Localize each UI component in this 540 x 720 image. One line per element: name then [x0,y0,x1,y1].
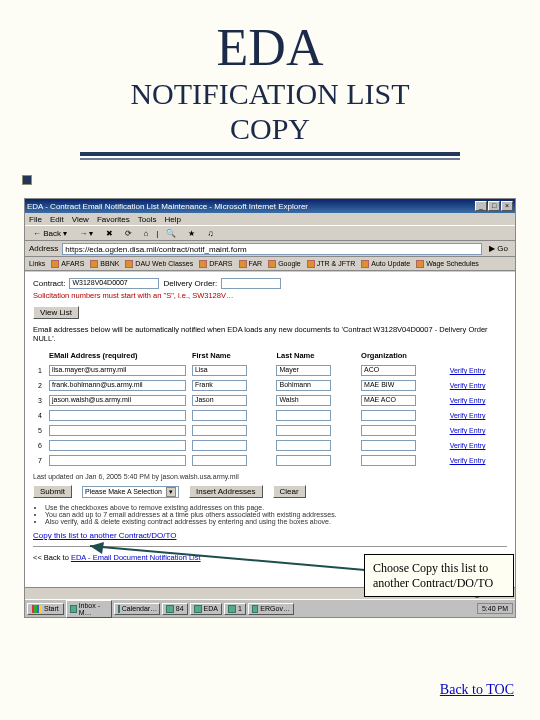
taskbar-item[interactable]: ERGov… [248,603,294,615]
windows-flag-icon [32,605,42,613]
address-bar: Address https://eda.ogden.disa.mil/contr… [25,241,515,257]
back-to-toc-link[interactable]: Back to TOC [440,682,514,698]
org-input[interactable] [361,410,416,421]
menu-favorites[interactable]: Favorites [97,215,130,224]
toolbar: ← Back ▾ → ▾ ✖ ⟳ ⌂ | 🔍 ★ ♫ [25,225,515,241]
maximize-button[interactable]: □ [488,201,500,211]
folder-icon [90,260,98,268]
email-input[interactable] [49,455,186,466]
delivery-order-input[interactable] [221,278,281,289]
address-select[interactable]: Please Make A Selection ▾ [82,486,179,498]
link-google[interactable]: Google [268,260,301,268]
links-label: Links [29,260,45,267]
favorites-icon[interactable]: ★ [184,228,199,239]
email-input[interactable]: lisa.mayer@us.army.mil [49,365,186,376]
verify-link[interactable]: Verify Entry [444,379,505,392]
insert-addresses-button[interactable]: Insert Addresses [189,485,263,498]
folder-icon [199,260,207,268]
close-button[interactable]: × [501,201,513,211]
app-icon [118,605,120,613]
contract-input[interactable]: W3128V04D0007 [69,278,159,289]
taskbar-item[interactable]: 1 [224,603,246,615]
refresh-icon[interactable]: ⟳ [121,228,136,239]
first-input[interactable] [192,440,247,451]
link-afars[interactable]: AFARS [51,260,84,268]
menu-edit[interactable]: Edit [50,215,64,224]
email-input[interactable]: frank.bohlmann@us.army.mil [49,380,186,391]
last-updated: Last updated on Jan 6, 2005 5:40 PM by j… [33,473,507,480]
first-input[interactable]: Jason [192,395,247,406]
menu-view[interactable]: View [72,215,89,224]
taskbar-item[interactable]: Calendar… [114,603,160,615]
menu-tools[interactable]: Tools [138,215,157,224]
link-dau[interactable]: DAU Web Classes [125,260,193,268]
first-input[interactable] [192,425,247,436]
slide-title-sub1: NOTIFICATION LIST [0,77,540,112]
forward-button[interactable]: → ▾ [75,228,97,239]
media-icon[interactable]: ♫ [203,228,217,239]
address-input[interactable]: https://eda.ogden.disa.mil/contract/noti… [62,243,482,255]
solicitation-hint: Solicitation numbers must start with an … [33,291,507,300]
org-input[interactable] [361,455,416,466]
minimize-button[interactable]: _ [475,201,487,211]
email-input[interactable] [49,410,186,421]
email-input[interactable]: jason.walsh@us.army.mil [49,395,186,406]
first-input[interactable] [192,410,247,421]
link-dfars[interactable]: DFARS [199,260,232,268]
last-input[interactable] [276,425,331,436]
last-input[interactable] [276,410,331,421]
first-input[interactable] [192,455,247,466]
folder-icon [307,260,315,268]
org-input[interactable] [361,440,416,451]
first-input[interactable]: Lisa [192,365,247,376]
copy-list-link[interactable]: Copy this list to another Contract/DO/TO [33,531,176,540]
start-button[interactable]: Start [27,603,64,615]
verify-link[interactable]: Verify Entry [444,364,505,377]
taskbar-item[interactable]: 84 [162,603,188,615]
verify-link[interactable]: Verify Entry [444,424,505,437]
stop-icon[interactable]: ✖ [102,228,117,239]
menu-file[interactable]: File [29,215,42,224]
verify-link[interactable]: Verify Entry [444,439,505,452]
table-row: 7Verify Entry [35,454,505,467]
org-input[interactable]: ACO [361,365,416,376]
search-icon[interactable]: 🔍 [162,228,180,239]
first-input[interactable]: Frank [192,380,247,391]
last-input[interactable] [276,455,331,466]
table-row: 1 lisa.mayer@us.army.mil Lisa Mayer ACO … [35,364,505,377]
taskbar-item[interactable]: Inbox - M… [66,600,112,618]
window-titlebar: EDA - Contract Email Notification List M… [25,199,515,213]
link-autoupdate[interactable]: Auto Update [361,260,410,268]
go-button[interactable]: ▶ Go [486,244,511,253]
table-row: 3 jason.walsh@us.army.mil Jason Walsh MA… [35,394,505,407]
view-list-button[interactable]: View List [33,306,79,319]
svg-marker-1 [90,542,104,554]
org-input[interactable] [361,425,416,436]
taskbar-item[interactable]: EDA [190,603,222,615]
email-input[interactable] [49,425,186,436]
submit-button[interactable]: Submit [33,485,72,498]
org-input[interactable]: MAE BIW [361,380,416,391]
org-input[interactable]: MAE ACO [361,395,416,406]
verify-link[interactable]: Verify Entry [444,454,505,467]
last-input[interactable]: Mayer [276,365,331,376]
last-input[interactable] [276,440,331,451]
info-line: Email addresses below will be automatica… [33,325,507,343]
link-wage[interactable]: Wage Schedules [416,260,479,268]
last-input[interactable]: Bohlmann [276,380,331,391]
back-button[interactable]: ← Back ▾ [29,228,71,239]
callout-line2: another Contract/DO/TO [373,576,505,590]
col-last: Last Name [274,349,357,362]
menu-help[interactable]: Help [164,215,180,224]
link-bbnk[interactable]: BBNK [90,260,119,268]
table-row: 6Verify Entry [35,439,505,452]
last-input[interactable]: Walsh [276,395,331,406]
system-tray[interactable]: 5:40 PM [477,603,513,614]
home-icon[interactable]: ⌂ [140,228,153,239]
email-input[interactable] [49,440,186,451]
verify-link[interactable]: Verify Entry [444,394,505,407]
link-jtr[interactable]: JTR & JFTR [307,260,356,268]
clear-button[interactable]: Clear [273,485,306,498]
verify-link[interactable]: Verify Entry [444,409,505,422]
link-far[interactable]: FAR [239,260,263,268]
